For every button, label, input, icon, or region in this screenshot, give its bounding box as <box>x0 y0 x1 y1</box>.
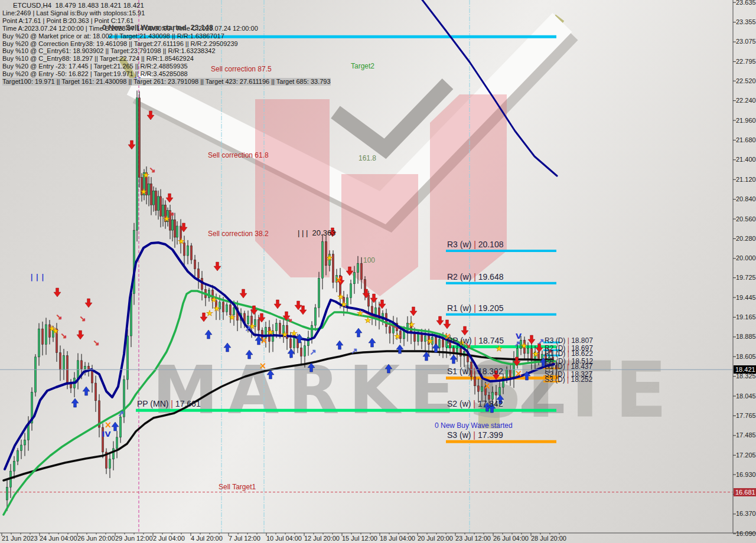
price-axis-label: 23.075 <box>736 38 756 45</box>
pivot-label-part: 18.745 <box>478 336 504 345</box>
star-icon: ★ <box>408 320 415 329</box>
star-icon: ★ <box>532 349 539 358</box>
star-icon: ★ <box>140 187 147 196</box>
pivot-label[interactable]: R1 (w) | 19.205 <box>447 303 503 313</box>
buy-diagonal-arrow-icon: ↗ <box>538 337 545 346</box>
buy-arrow-icon <box>112 422 119 431</box>
pivot-label-part: R1 (w) <box>447 303 474 313</box>
price-axis-label: 18.885 <box>736 333 756 340</box>
price-axis-label: 19.445 <box>736 294 756 301</box>
annotation-text: Sell Target1 <box>219 483 256 491</box>
pivot-label[interactable]: S3 (D) | 18.252 <box>545 375 592 384</box>
pivot-label-part: | <box>474 303 478 313</box>
price-axis-label: 19.165 <box>736 313 756 320</box>
buy-arrow-icon <box>71 398 79 407</box>
price-axis-label: 16.930 <box>736 471 756 478</box>
wave-count-marker: V <box>135 76 141 84</box>
sell-arrow-icon <box>295 301 302 310</box>
orange-x-icon: × <box>515 368 523 379</box>
pivot-label[interactable]: R2 (w) | 19.648 <box>447 272 503 282</box>
sell-arrow-icon <box>370 294 377 303</box>
time-axis-label: 26 Jun 20:00 <box>77 535 115 542</box>
buy-arrow-icon <box>369 338 376 347</box>
sell-arrow-icon <box>128 140 135 149</box>
pivot-label-part: R3 (D) <box>545 336 568 345</box>
price-axis-label: 18.045 <box>736 392 756 400</box>
pivot-label[interactable]: PP (w) | 18.745 <box>447 336 504 345</box>
buy-diagonal-arrow-icon: ↗ <box>245 324 252 333</box>
annotation-text: 161.8 <box>359 154 376 162</box>
annotation-text: Sell correction 38.2 <box>208 230 269 238</box>
pivot-label[interactable]: R1 (D) | 18.622 <box>545 349 593 358</box>
sell-diagonal-arrow-icon: ↘ <box>168 208 175 217</box>
time-axis-label: 18 Jul 04:00 <box>380 535 415 542</box>
pivot-label-part: PP (w) <box>447 336 474 345</box>
price-axis-label: 21.400 <box>736 156 756 163</box>
pivot-label-part: 18.302 <box>478 367 503 376</box>
buy-arrow-icon <box>355 328 362 337</box>
pivot-label-part: | <box>473 399 478 408</box>
pivot-label-part: S1 (D) <box>545 362 567 371</box>
star-icon: ★ <box>364 316 372 325</box>
pivot-label-part: PP (MN) <box>137 399 171 408</box>
sell-arrow-icon <box>166 194 173 202</box>
price-axis-label: 17.485 <box>736 431 756 439</box>
sell-arrow-icon <box>461 326 468 335</box>
price-axis-label: 21.680 <box>736 136 756 143</box>
pivot-label-part: S1 (w) <box>447 367 473 376</box>
star-icon: ★ <box>340 300 347 309</box>
sell-diagonal-arrow-icon: ↘ <box>286 315 293 323</box>
pivot-label-part: | <box>171 399 175 408</box>
annotation-text: | | | 20.363 <box>298 228 335 237</box>
annotation-text: Sell correction 61.8 <box>208 151 269 159</box>
pivot-label[interactable]: R3 (D) | 18.807 <box>545 336 593 345</box>
wave-count-marker: V <box>516 332 522 341</box>
star-icon: ★ <box>142 171 149 179</box>
pivot-label[interactable]: S3 (w) | 17.399 <box>447 430 503 440</box>
price-axis-label: 20.560 <box>736 215 756 223</box>
pivot-label[interactable]: S1 (D) | 18.437 <box>545 362 592 371</box>
star-icon: ★ <box>267 328 274 336</box>
pivot-label-part: | <box>473 430 478 440</box>
price-axis-label: 19.725 <box>736 274 756 281</box>
alert-price-badge: 16.681 <box>734 488 756 496</box>
chart-canvas[interactable]: SITEMARKETZ★★★★★★★★★★★★★★★★★★★★★★★★★★×××… <box>0 0 756 543</box>
price-axis-label: 23.355 <box>736 18 756 25</box>
sell-diagonal-arrow-icon: ↘ <box>56 312 63 321</box>
buy-arrow-icon <box>336 341 343 349</box>
pivot-label-part: 18.622 <box>571 349 593 358</box>
pivot-label-part: 19.205 <box>478 303 504 313</box>
time-axis-label: 23 Jul 12:00 <box>455 535 491 542</box>
sell-arrow-icon <box>274 300 281 309</box>
pivot-label-part: 18.252 <box>571 375 592 384</box>
annotation-text: 0 New Sell Wave started 23.148 <box>102 24 213 32</box>
logo-pink-band-left <box>255 99 330 277</box>
pivot-label-part: R2 (w) <box>447 272 474 282</box>
time-axis-label: 2 Jul 04:00 <box>153 535 185 542</box>
time-axis-label: 12 Jul 20:00 <box>304 535 340 542</box>
pivot-label[interactable]: S2 (w) | 17.842 <box>447 399 503 408</box>
time-axis-label: 26 Jul 04:00 <box>493 535 529 542</box>
annotation-text: Target2 <box>351 62 374 70</box>
pivot-label[interactable]: R3 (w) | 20.108 <box>447 240 503 249</box>
star-icon: ★ <box>213 304 220 313</box>
price-axis-label: 17.765 <box>736 412 756 419</box>
buy-diagonal-arrow-icon: ↗ <box>514 339 521 348</box>
pivot-label-part: 20.108 <box>478 240 504 249</box>
buy-arrow-icon <box>205 330 212 339</box>
time-axis-label: 29 Jun 12:00 <box>115 535 153 542</box>
price-axis-label: 20.000 <box>736 254 756 261</box>
annotation-text: 0 New Buy Wave started <box>435 421 513 430</box>
time-axis-label: 15 Jul 12:00 <box>342 535 377 542</box>
star-icon: ★ <box>291 329 298 338</box>
pivot-label[interactable]: PP (MN) | 17.661 <box>137 399 201 408</box>
price-axis-label: 22.520 <box>736 77 756 84</box>
pivot-label-part: | <box>474 240 478 249</box>
time-axis-label: 28 Jul 20:00 <box>531 535 566 542</box>
sell-diagonal-arrow-icon: ↘ <box>80 314 86 323</box>
pivot-label[interactable]: S1 (w) | 18.302 <box>447 367 503 376</box>
price-axis-label: 20.840 <box>736 195 756 202</box>
orange-x-icon: × <box>259 361 267 371</box>
pivot-label-part: 17.842 <box>478 399 503 408</box>
pivot-label-part: S3 (w) <box>447 430 473 440</box>
